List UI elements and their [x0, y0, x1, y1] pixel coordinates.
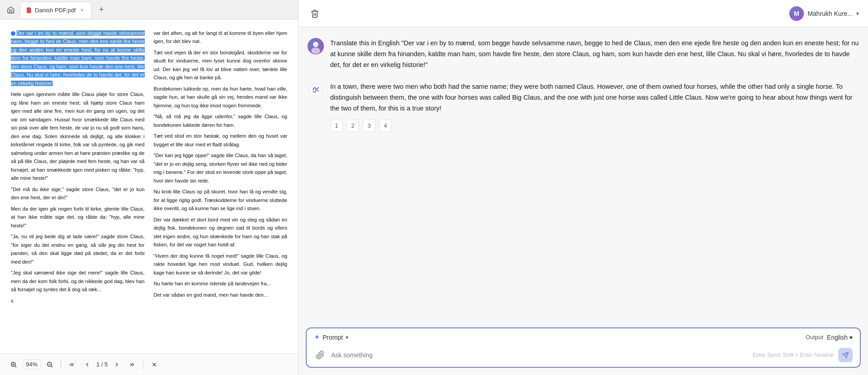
- user-message-content: Translate this in English "Der var i en …: [330, 38, 859, 71]
- ai-message-avatar: [308, 82, 324, 98]
- nav-last-button[interactable]: [126, 358, 138, 371]
- user-name: Mahrukh Kure...: [807, 10, 853, 17]
- delete-chat-button[interactable]: [308, 6, 322, 21]
- pdf-text-c2-p7: Nu krob lille Claus op på skuret, hvor h…: [154, 188, 288, 212]
- nav-first-button[interactable]: [66, 358, 78, 371]
- zoom-level[interactable]: 94%: [23, 360, 41, 369]
- close-button[interactable]: [148, 358, 161, 371]
- send-button[interactable]: [838, 348, 853, 362]
- prompt-label: Prompt: [323, 334, 343, 341]
- prompt-selector[interactable]: ✦ Prompt ▾: [314, 333, 348, 341]
- pdf-text-c2-p6: "Der kan jeg ligge oppe!" sagde lille Cl…: [154, 151, 288, 185]
- input-container: ✦ Prompt ▾ Output English ▾ Enter Sen: [306, 327, 861, 368]
- attach-button[interactable]: [314, 349, 327, 361]
- home-button[interactable]: [4, 3, 18, 17]
- toolbar-left-group: 94% 1 / 5: [7, 358, 161, 371]
- svg-text:M: M: [794, 10, 800, 17]
- pdf-content: Der var i en by to mænd, som begge havde…: [0, 20, 298, 353]
- user-menu-chevron: ▾: [856, 10, 859, 17]
- svg-point-13: [311, 48, 320, 54]
- feedback-btn-4[interactable]: 4: [379, 120, 392, 132]
- left-panel: Danish PDF.pdf × + Der var i en by to mæ…: [0, 0, 299, 375]
- pdf-column-1: Der var i en by to mænd, som begge havde…: [11, 29, 145, 308]
- feedback-row: 1 2 3 4: [330, 120, 859, 132]
- feedback-btn-1[interactable]: 1: [330, 120, 343, 132]
- prompt-chevron: ▾: [346, 334, 348, 341]
- nav-prev-button[interactable]: [81, 358, 94, 371]
- ai-message-wrapper: In a town, there were two men who both h…: [330, 82, 859, 132]
- zoom-out-button[interactable]: [43, 358, 56, 371]
- pdf-text-p2: Hele ugen igennem måtte lille Claus pløj…: [11, 90, 145, 182]
- pdf-text-p5: "Ja, nu vil jeg bede dig at lade være!" …: [11, 232, 145, 266]
- new-tab-button[interactable]: +: [95, 4, 108, 16]
- svg-line-6: [51, 366, 52, 367]
- pdf-text-c2-p9: "Hvem der dog kunne få noget med!" sagde…: [154, 252, 288, 277]
- right-panel: M Mahrukh Kure... ▾ Translate this in En…: [299, 0, 868, 375]
- svg-point-12: [313, 42, 318, 47]
- pdf-text-c2-p5: Tæt ved stod en stor høstak, og mellem d…: [154, 132, 288, 149]
- nav-next-button[interactable]: [110, 358, 123, 371]
- page-info: 1 / 5: [96, 361, 108, 368]
- zoom-in-button[interactable]: [7, 358, 20, 371]
- pdf-text-c2-p1: var det aften, og alt for langt til at k…: [154, 29, 288, 46]
- ai-message-content: In a town, there were two men who both h…: [330, 82, 859, 114]
- pdf-toolbar: 94% 1 / 5: [0, 353, 298, 375]
- input-area: ✦ Prompt ▾ Output English ▾ Enter Sen: [299, 322, 868, 375]
- input-hint: Enter Send; Shift + Enter Newline: [753, 352, 834, 358]
- feedback-btn-3[interactable]: 3: [363, 120, 375, 132]
- chat-messages: Translate this in English "Der var i en …: [299, 27, 868, 322]
- avatar: M: [789, 6, 804, 21]
- ai-message: In a town, there were two men who both h…: [308, 82, 859, 132]
- language-selector[interactable]: English ▾: [827, 334, 853, 341]
- pdf-text-p7: s: [11, 297, 145, 305]
- svg-line-3: [15, 366, 16, 367]
- pdf-text-c2-p2: Tæt ved vejen lå der en stor bondegård, …: [154, 48, 288, 82]
- tab-label: Danish PDF.pdf: [35, 7, 76, 14]
- language-label: English: [827, 334, 848, 341]
- header-left: [308, 6, 322, 21]
- pdf-tab[interactable]: Danish PDF.pdf ×: [20, 2, 91, 18]
- pdf-text-c2-p3: Bondekonen lukkede op, men da hun hørte,…: [154, 85, 288, 110]
- svg-point-15: [315, 88, 317, 91]
- pdf-text-p6: "Jeg skal sømænd ikke sige det mere!" sa…: [11, 269, 145, 293]
- highlighted-text: Der var i en by to mænd, som begge havde…: [11, 30, 145, 86]
- pdf-text-c2-p10: Nu hørte han én komme ridende på landeve…: [154, 279, 288, 288]
- pdf-text-c2-p4: "Nå, så må jeg da ligge udenfor," sagde …: [154, 112, 288, 129]
- language-chevron: ▾: [849, 334, 853, 341]
- pdf-text-highlighted: Der var i en by to mænd, som begge havde…: [11, 29, 145, 87]
- user-message: Translate this in English "Der var i en …: [308, 38, 859, 71]
- input-top-bar: ✦ Prompt ▾ Output English ▾: [307, 328, 860, 344]
- output-label: Output: [806, 334, 823, 341]
- tab-close-button[interactable]: ×: [78, 6, 85, 14]
- chat-input[interactable]: [331, 351, 748, 359]
- pdf-text-c2-p8: Der var dækket et stort bord med vin og …: [154, 216, 288, 249]
- pdf-text-c2-p11: Det var sådan en god mand, men han havde…: [154, 291, 288, 299]
- user-message-avatar: [308, 38, 324, 54]
- toolbar-divider-2: [143, 360, 143, 369]
- input-row: Enter Send; Shift + Enter Newline: [307, 344, 860, 367]
- output-area: Output English ▾: [806, 334, 853, 341]
- pdf-column-2: var det aften, og alt for langt til at k…: [154, 29, 288, 308]
- pdf-text-p3: "Det må du ikke sige," sagde store Claus…: [11, 185, 145, 202]
- user-profile[interactable]: M Mahrukh Kure... ▾: [789, 6, 859, 21]
- pdf-text-p4: Men da der igen gik nogen forbi til kirk…: [11, 205, 145, 230]
- sparkle-icon: ✦: [314, 333, 320, 341]
- chat-header: M Mahrukh Kure... ▾: [299, 0, 868, 27]
- toolbar-divider-1: [61, 360, 61, 369]
- selection-handle: [11, 31, 15, 36]
- feedback-btn-2[interactable]: 2: [346, 120, 359, 132]
- tab-bar: Danish PDF.pdf × +: [0, 0, 298, 20]
